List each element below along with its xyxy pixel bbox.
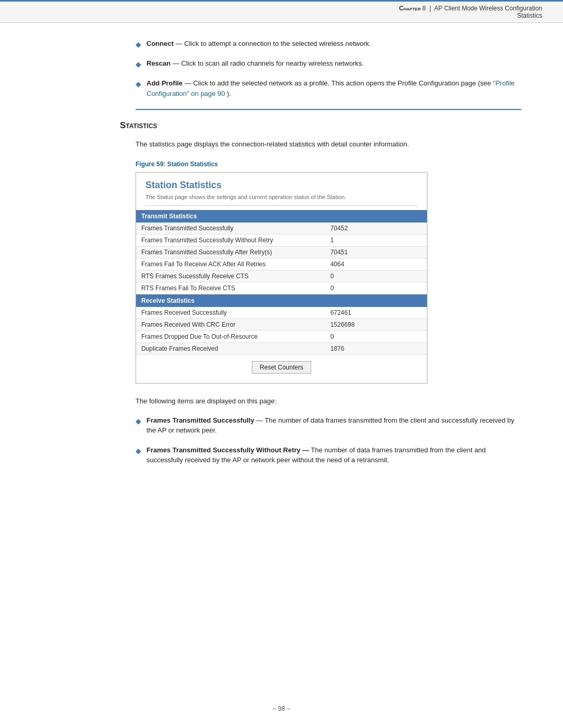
- station-box-title: Station Statistics: [145, 180, 418, 191]
- section-description: The statistics page displays the connect…: [136, 139, 521, 150]
- tx-label-4: Frames Fail To Receive ACK After All Ret…: [136, 258, 325, 270]
- rx-label-3: Frames Dropped Due To Out-of-Resource: [136, 330, 325, 342]
- tx-label-5: RTS Frames Sucessfully Receive CTS: [136, 270, 325, 282]
- diamond-icon-3: ◆: [136, 79, 141, 90]
- table-row: Frames Received Successfully 672461: [136, 307, 427, 319]
- chapter-label: Chapter: [399, 5, 421, 12]
- reset-counters-button[interactable]: Reset Counters: [252, 361, 311, 374]
- tx-value-1: 70452: [325, 223, 427, 235]
- rx-label-4: Duplicate Frames Received: [136, 342, 325, 354]
- table-row: Frames Dropped Due To Out-of-Resource 0: [136, 330, 427, 342]
- diamond-icon-2: ◆: [136, 59, 141, 70]
- bullet-rescan-text: Rescan — Click to scan all radio channel…: [146, 58, 521, 69]
- rx-value-2: 1526698: [325, 318, 427, 330]
- tx-value-6: 0: [325, 282, 427, 294]
- bullet-frames-tx-no-retry: ◆ Frames Transmitted Successfully Withou…: [136, 445, 521, 465]
- tx-label-6: RTS Frames Fail To Receive CTS: [136, 282, 325, 294]
- bullet-addprofile: ◆ Add Profile — Click to add the selecte…: [136, 78, 521, 98]
- following-items-text: The following items are displayed on thi…: [136, 396, 521, 407]
- addprofile-close: ).: [227, 90, 231, 97]
- bullet-frames-tx-no-retry-text: Frames Transmitted Successfully Without …: [146, 445, 521, 465]
- rx-value-1: 672461: [325, 307, 427, 319]
- chapter-line: Chapter 8 | AP Client Mode Wireless Conf…: [21, 5, 542, 12]
- rx-value-3: 0: [325, 330, 427, 342]
- tx-label-1: Frames Transmitted Successfully: [136, 223, 325, 235]
- addprofile-term: Add Profile: [146, 79, 182, 87]
- station-statistics-box: Station Statistics The Status page shows…: [136, 172, 427, 384]
- table-row: RTS Frames Fail To Receive CTS 0: [136, 282, 427, 294]
- transmit-header-row: Transmit Statistics: [136, 210, 427, 223]
- station-box-body: Transmit Statistics Frames Transmitted S…: [136, 210, 427, 383]
- bullet-frames-tx-success-text: Frames Transmitted Successfully — The nu…: [146, 415, 521, 436]
- tx-label-3: Frames Transmitted Successfully After Re…: [136, 246, 325, 258]
- table-row: Frames Received With CRC Error 1526698: [136, 318, 427, 330]
- diamond-icon-1: ◆: [136, 39, 141, 50]
- bottom-bullet-list: ◆ Frames Transmitted Successfully — The …: [136, 415, 521, 465]
- diamond-icon-4: ◆: [136, 416, 141, 427]
- figure-caption-text: Figure 59: Station Statistics: [136, 161, 218, 168]
- connect-term: Connect: [146, 40, 174, 47]
- station-box-header: Station Statistics The Status page shows…: [136, 172, 427, 210]
- table-row: Frames Transmitted Successfully After Re…: [136, 246, 427, 258]
- rescan-desc: — Click to scan all radio channels for n…: [173, 59, 364, 67]
- tx-label-2: Frames Transmitted Successfully Without …: [136, 234, 325, 246]
- table-row: RTS Frames Sucessfully Receive CTS 0: [136, 270, 427, 282]
- page-number: – 98 –: [273, 705, 290, 712]
- diamond-icon-5: ◆: [136, 446, 141, 456]
- table-row: Frames Transmitted Successfully Without …: [136, 234, 427, 246]
- bullet-connect: ◆ Connect — Click to attempt a connectio…: [136, 39, 521, 50]
- tx-value-3: 70451: [325, 246, 427, 258]
- rescan-term: Rescan: [146, 59, 170, 67]
- tx-value-5: 0: [325, 270, 427, 282]
- chapter-num: 8: [422, 5, 426, 12]
- transmit-section-header: Transmit Statistics: [136, 210, 427, 223]
- addprofile-desc: — Click to add the selected network as a…: [185, 79, 493, 87]
- figure-caption: Figure 59: Station Statistics: [136, 161, 521, 168]
- page-footer: – 98 –: [0, 705, 563, 712]
- tx-value-2: 1: [325, 234, 427, 246]
- reset-btn-row: Reset Counters: [136, 355, 427, 377]
- station-box-subtitle: The Status page shows the settings and c…: [145, 194, 418, 206]
- page-header: Chapter 8 | AP Client Mode Wireless Conf…: [0, 0, 563, 23]
- table-row: Duplicate Frames Received 1876: [136, 342, 427, 354]
- frames-tx-noretry-term: Frames Transmitted Successfully Without …: [146, 446, 309, 454]
- table-row: Frames Transmitted Successfully 70452: [136, 223, 427, 235]
- stats-table: Transmit Statistics Frames Transmitted S…: [136, 210, 427, 355]
- section-divider: [136, 109, 521, 110]
- top-bullet-list: ◆ Connect — Click to attempt a connectio…: [136, 39, 521, 98]
- bullet-rescan: ◆ Rescan — Click to scan all radio chann…: [136, 58, 521, 70]
- frames-tx-term: Frames Transmitted Successfully: [146, 416, 254, 424]
- header-section: Statistics: [21, 12, 542, 19]
- bullet-addprofile-text: Add Profile — Click to add the selected …: [146, 78, 521, 98]
- bullet-connect-text: Connect — Click to attempt a connection …: [146, 39, 521, 49]
- chapter-title: AP Client Mode Wireless Configuration: [434, 5, 542, 12]
- rx-label-2: Frames Received With CRC Error: [136, 318, 325, 330]
- main-content: ◆ Connect — Click to attempt a connectio…: [0, 23, 563, 496]
- receive-header-row: Receive Statistics: [136, 294, 427, 307]
- receive-section-header: Receive Statistics: [136, 294, 427, 307]
- statistics-section-title: Statistics: [120, 120, 521, 131]
- bullet-frames-tx-success: ◆ Frames Transmitted Successfully — The …: [136, 415, 521, 436]
- rx-value-4: 1876: [325, 342, 427, 354]
- table-row: Frames Fail To Receive ACK After All Ret…: [136, 258, 427, 270]
- connect-desc: — Click to attempt a connection to the s…: [176, 40, 371, 47]
- rx-label-1: Frames Received Successfully: [136, 307, 325, 319]
- tx-value-4: 4064: [325, 258, 427, 270]
